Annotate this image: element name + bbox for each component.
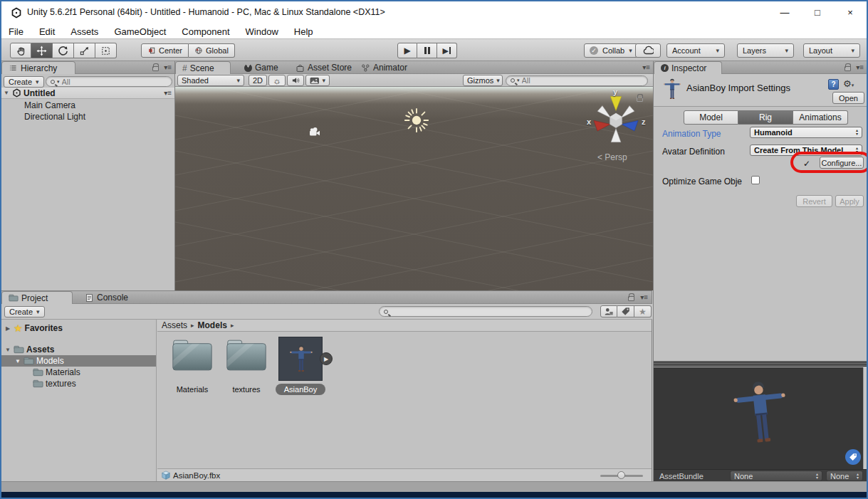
tab-asset-store[interactable]: Asset Store: [289, 61, 358, 74]
tab-animator[interactable]: Animator: [355, 61, 414, 74]
menu-gameobject[interactable]: GameObject: [114, 26, 166, 37]
folder-textures-label[interactable]: textures: [219, 385, 274, 394]
folder-materials-label[interactable]: Materials: [164, 385, 220, 394]
lock-icon[interactable]: [152, 66, 159, 71]
scene-search-input[interactable]: [522, 76, 643, 85]
rect-tool-button[interactable]: [95, 43, 117, 58]
foldout-icon[interactable]: ▶: [4, 325, 11, 332]
revert-button[interactable]: Revert: [796, 195, 832, 207]
scene-audio-toggle[interactable]: [287, 75, 304, 86]
lock-icon[interactable]: [637, 97, 643, 102]
move-tool-button[interactable]: [31, 43, 53, 58]
collab-dropdown[interactable]: ✓ Collab ▾: [584, 43, 638, 58]
persp-toggle[interactable]: < Persp: [597, 152, 627, 162]
saved-search-star-button[interactable]: ★: [634, 305, 652, 317]
panel-menu-icon[interactable]: ▾≡: [164, 63, 172, 71]
hierarchy-item-main-camera[interactable]: Main Camera: [1, 100, 174, 111]
hierarchy-create-dropdown[interactable]: Create ▾: [4, 76, 44, 88]
help-icon[interactable]: ?: [828, 79, 839, 90]
preview-resize-handle[interactable]: [654, 361, 867, 367]
assetbundle-dropdown[interactable]: None ▴▾: [730, 471, 822, 481]
layout-dropdown[interactable]: Layout ▾: [803, 43, 860, 58]
lock-icon[interactable]: [628, 296, 634, 301]
project-search-input[interactable]: [390, 308, 587, 316]
project-search[interactable]: [379, 306, 592, 317]
panel-menu-icon[interactable]: ▾≡: [642, 63, 650, 71]
foldout-icon[interactable]: ▼: [14, 358, 21, 364]
menu-help[interactable]: Help: [294, 26, 313, 37]
configure-button[interactable]: Configure...: [820, 157, 864, 169]
breadcrumb-models[interactable]: Models: [198, 320, 227, 330]
menu-edit[interactable]: Edit: [39, 26, 55, 37]
account-dropdown[interactable]: Account ▾: [666, 43, 725, 58]
asset-preview-pane[interactable]: [654, 367, 867, 469]
asset-asianboy-label[interactable]: AsianBoy: [276, 384, 325, 395]
hierarchy-item-directional-light[interactable]: Directional Light: [1, 111, 174, 122]
tree-models-selected[interactable]: ▼ Models: [1, 355, 156, 367]
tab-project[interactable]: Project: [1, 291, 73, 304]
apply-button[interactable]: Apply: [835, 195, 864, 207]
directional-light-gizmo[interactable]: [403, 107, 430, 134]
asset-asianboy-thumbnail[interactable]: [278, 337, 323, 381]
hierarchy-search-input[interactable]: [62, 78, 167, 86]
tree-textures[interactable]: textures: [1, 378, 156, 389]
pause-button[interactable]: [417, 43, 437, 58]
orientation-gizmo[interactable]: [588, 90, 644, 145]
pan-tool-button[interactable]: [10, 43, 31, 58]
camera-gizmo[interactable]: [309, 127, 320, 137]
tab-console[interactable]: Console: [78, 291, 135, 304]
maximize-button[interactable]: □: [801, 1, 834, 24]
rotate-tool-button[interactable]: [53, 43, 74, 58]
cloud-button[interactable]: [635, 43, 661, 58]
minimize-button[interactable]: —: [768, 1, 801, 24]
assetbundle-tag-button[interactable]: [845, 449, 861, 465]
lock-icon[interactable]: [845, 66, 851, 71]
gizmos-dropdown[interactable]: Gizmos ▾: [463, 75, 503, 86]
pivot-global-button[interactable]: Global: [189, 43, 235, 58]
search-by-label-button[interactable]: [617, 305, 634, 317]
menu-window[interactable]: Window: [246, 26, 278, 37]
tab-inspector[interactable]: i Inspector: [654, 61, 722, 74]
foldout-icon[interactable]: ▼: [3, 90, 10, 96]
scene-fx-dropdown[interactable]: ▾: [305, 75, 330, 86]
asset-expand-button[interactable]: ▶: [320, 352, 333, 365]
2d-toggle-button[interactable]: 2D: [249, 75, 267, 86]
gear-icon[interactable]: ⚙▾: [843, 78, 854, 89]
panel-menu-icon[interactable]: ▾≡: [640, 293, 648, 301]
scale-tool-button[interactable]: [74, 43, 95, 58]
scene-lighting-toggle[interactable]: ☼: [268, 75, 286, 86]
layers-dropdown[interactable]: Layers ▾: [737, 43, 794, 58]
play-button[interactable]: ▶: [397, 43, 417, 58]
tab-scene[interactable]: # Scene: [175, 61, 231, 74]
scene-search[interactable]: ▾: [506, 75, 648, 86]
folder-materials-icon[interactable]: [172, 338, 213, 372]
animation-type-dropdown[interactable]: Humanoid ▴▾: [750, 127, 862, 138]
hierarchy-search[interactable]: ▾: [46, 76, 172, 87]
tab-model[interactable]: Model: [684, 110, 738, 125]
tree-favorites[interactable]: ▶ ★ Favorites: [1, 322, 156, 334]
optimize-game-object-checkbox[interactable]: [751, 176, 760, 184]
avatar-definition-dropdown[interactable]: Create From This Model ▴▾: [750, 145, 862, 156]
search-by-type-button[interactable]: [600, 305, 617, 317]
step-button[interactable]: ▶: [437, 43, 457, 58]
project-create-dropdown[interactable]: Create ▾: [4, 306, 45, 317]
thumbnail-size-slider-handle[interactable]: [617, 471, 625, 479]
foldout-icon[interactable]: ▼: [4, 347, 11, 353]
close-button[interactable]: ×: [834, 1, 867, 24]
folder-textures-icon[interactable]: [226, 338, 267, 372]
tab-rig[interactable]: Rig: [738, 110, 793, 125]
tree-assets[interactable]: ▼ Assets: [1, 344, 156, 355]
scene-menu-icon[interactable]: ▾≡: [164, 89, 172, 97]
menu-component[interactable]: Component: [182, 26, 229, 37]
pivot-center-button[interactable]: Center: [141, 43, 189, 58]
menu-file[interactable]: File: [9, 26, 23, 37]
scene-viewport[interactable]: y x z < Persp: [175, 87, 653, 290]
inspector-scrollbar[interactable]: [863, 367, 867, 469]
panel-menu-icon[interactable]: ▾≡: [856, 63, 864, 71]
tab-game[interactable]: Game: [238, 61, 285, 74]
tree-materials[interactable]: Materials: [1, 367, 156, 378]
tab-hierarchy[interactable]: Hierarchy: [1, 61, 75, 74]
open-button[interactable]: Open: [832, 92, 864, 104]
shading-mode-dropdown[interactable]: Shaded ▾: [177, 75, 244, 86]
tab-animations[interactable]: Animations: [793, 110, 848, 125]
